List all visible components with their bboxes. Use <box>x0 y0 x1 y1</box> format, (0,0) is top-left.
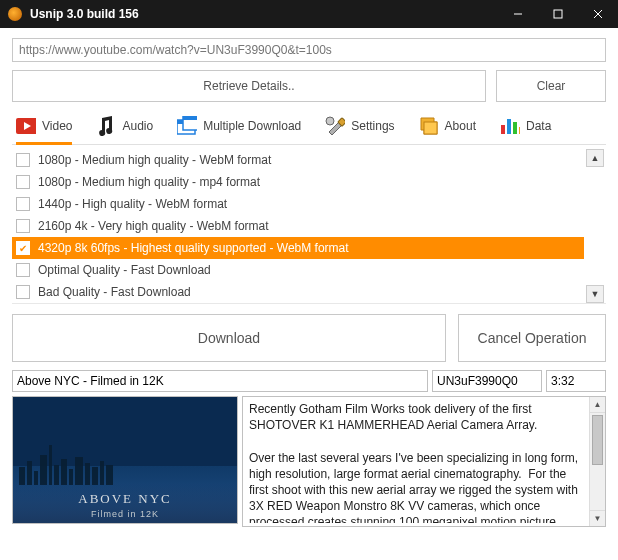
tab-label: About <box>445 119 476 133</box>
window-title: Usnip 3.0 build 156 <box>30 7 498 21</box>
cancel-button[interactable]: Cancel Operation <box>458 314 606 362</box>
duration-input[interactable] <box>546 370 606 392</box>
format-row[interactable]: ✔4320p 8k 60fps - Highest quality suppor… <box>12 237 584 259</box>
format-label: Bad Quality - Fast Download <box>38 285 191 299</box>
scroll-down-button[interactable]: ▼ <box>586 285 604 303</box>
svg-rect-1 <box>554 10 562 18</box>
tab-label: Multiple Download <box>203 119 301 133</box>
tab-audio[interactable]: Audio <box>96 116 153 144</box>
thumbnail-title: ABOVE NYC <box>13 491 237 507</box>
video-title-input[interactable] <box>12 370 428 392</box>
svg-rect-13 <box>501 125 505 134</box>
retrieve-button[interactable]: Retrieve Details.. <box>12 70 486 102</box>
format-checkbox[interactable] <box>16 175 30 189</box>
audio-icon <box>96 116 116 136</box>
format-row[interactable]: 1080p - Medium high quality - mp4 format <box>12 171 584 193</box>
tab-multi[interactable]: Multiple Download <box>177 116 301 144</box>
data-icon <box>500 116 520 136</box>
svg-rect-12 <box>424 122 437 134</box>
format-row[interactable]: 2160p 4k - Very high quality - WebM form… <box>12 215 584 237</box>
format-label: 1080p - Medium high quality - WebM forma… <box>38 153 271 167</box>
about-icon <box>419 116 439 136</box>
download-button[interactable]: Download <box>12 314 446 362</box>
tab-video[interactable]: Video <box>16 116 72 144</box>
scroll-up-icon[interactable]: ▲ <box>590 397 605 413</box>
video-thumbnail: ABOVE NYC Filmed in 12K <box>12 396 238 524</box>
format-checkbox[interactable] <box>16 219 30 233</box>
scroll-up-button[interactable]: ▲ <box>586 149 604 167</box>
scroll-down-icon[interactable]: ▼ <box>590 510 605 526</box>
tabs: Video Audio Multiple Download Settings A… <box>12 102 606 145</box>
video-icon <box>16 116 36 136</box>
thumbnail-subtitle: Filmed in 12K <box>13 509 237 519</box>
app-icon <box>8 7 22 21</box>
format-checkbox[interactable] <box>16 263 30 277</box>
format-list: 1080p - Medium high quality - WebM forma… <box>12 149 584 303</box>
url-input[interactable] <box>12 38 606 62</box>
tab-label: Settings <box>351 119 394 133</box>
format-label: 2160p 4k - Very high quality - WebM form… <box>38 219 269 233</box>
format-checkbox[interactable] <box>16 153 30 167</box>
titlebar: Usnip 3.0 build 156 <box>0 0 618 28</box>
tab-settings[interactable]: Settings <box>325 116 394 144</box>
svg-rect-16 <box>519 127 520 134</box>
format-label: 1440p - High quality - WebM format <box>38 197 227 211</box>
format-checkbox[interactable] <box>16 285 30 299</box>
svg-rect-14 <box>507 119 511 134</box>
svg-point-11 <box>326 117 334 125</box>
maximize-button[interactable] <box>538 0 578 28</box>
format-row[interactable]: 1440p - High quality - WebM format <box>12 193 584 215</box>
tab-about[interactable]: About <box>419 116 476 144</box>
video-id-input[interactable] <box>432 370 542 392</box>
multi-download-icon <box>177 116 197 136</box>
format-row[interactable]: Bad Quality - Fast Download <box>12 281 584 303</box>
description-textarea[interactable] <box>243 397 589 523</box>
minimize-button[interactable] <box>498 0 538 28</box>
tab-label: Video <box>42 119 72 133</box>
format-checkbox[interactable] <box>16 197 30 211</box>
format-label: Optimal Quality - Fast Download <box>38 263 211 277</box>
description-scrollbar[interactable]: ▲ ▼ <box>589 397 605 526</box>
format-label: 4320p 8k 60fps - Highest quality support… <box>38 241 349 255</box>
tab-label: Audio <box>122 119 153 133</box>
list-scrollbar: ▲ ▼ <box>586 149 606 303</box>
close-button[interactable] <box>578 0 618 28</box>
format-label: 1080p - Medium high quality - mp4 format <box>38 175 260 189</box>
format-checkbox[interactable]: ✔ <box>16 241 30 255</box>
clear-button[interactable]: Clear <box>496 70 606 102</box>
settings-icon <box>325 116 345 136</box>
tab-data[interactable]: Data <box>500 116 551 144</box>
svg-rect-9 <box>183 116 197 120</box>
svg-rect-15 <box>513 122 517 134</box>
format-row[interactable]: 1080p - Medium high quality - WebM forma… <box>12 149 584 171</box>
scrollbar-thumb[interactable] <box>592 415 603 465</box>
tab-label: Data <box>526 119 551 133</box>
format-row[interactable]: Optimal Quality - Fast Download <box>12 259 584 281</box>
